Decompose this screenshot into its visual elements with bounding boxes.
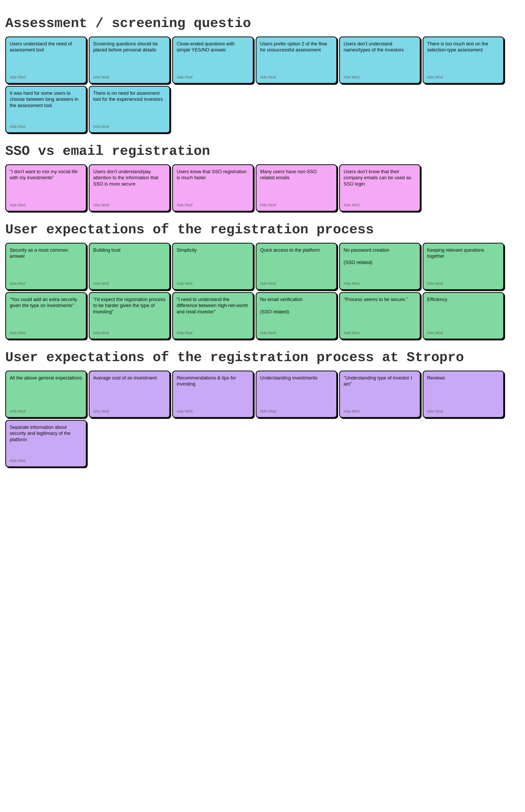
card-exp-4: Quick access to the platform Ada Mod <box>256 243 337 290</box>
card-exp-7-text: "You could add an extra security given t… <box>10 296 82 328</box>
card-exp-3: Simplicity Ada Mod <box>172 243 254 290</box>
card-exp-3-text: Simplicity <box>177 247 249 278</box>
card-exp-1: Security as a most common answer Ada Mod <box>5 243 87 290</box>
card-2-author: Ada Mod <box>93 75 166 79</box>
card-6-text: There is too much text on the selection-… <box>427 41 499 72</box>
card-8-text: There is no need for assesment tool for … <box>93 90 166 122</box>
card-6: There is too much text on the selection-… <box>423 36 504 84</box>
card-exp-6-author: Ada Mod <box>427 281 499 286</box>
card-exp-3-author: Ada Mod <box>177 281 249 286</box>
card-4-author: Ada Mod <box>260 75 333 79</box>
card-sso-2-text: Users don't understand/pay attention to … <box>93 169 166 200</box>
card-exp-9-text: "I need to understand the difference bet… <box>177 296 249 328</box>
card-exp-11-author: Ada Mod <box>344 331 416 335</box>
card-exp-11: "Process seems to be secure." Ada Mod <box>339 292 421 339</box>
card-exp-8-text: "I'd expect the registration process to … <box>93 296 166 328</box>
card-3-text: Close-ended questions with simple YES/NO… <box>177 41 249 72</box>
card-1-text: Users understand the need of assessment … <box>10 41 82 72</box>
card-exp-11-text: "Process seems to be secure." <box>344 296 416 328</box>
card-3: Close-ended questions with simple YES/NO… <box>172 36 254 84</box>
card-str-2: Average cost of an investment Ada Mod <box>89 371 170 418</box>
card-sso-1: "I don't want to mix my social life with… <box>5 164 87 212</box>
card-sso-5: Users don't know that their company emai… <box>339 164 421 212</box>
stropro-cards-grid: All the above general expectations Ada M… <box>5 371 520 467</box>
card-str-5-text: "Understanding type of investor I am" <box>344 375 416 406</box>
card-2: Screening questions should be placed bef… <box>89 36 170 84</box>
card-sso-4-text: Many users have non-SSO related emails <box>260 169 333 200</box>
card-7: It was hard for some users to choose bet… <box>5 86 87 133</box>
card-5-text: Users don't understand names/types of th… <box>344 41 416 72</box>
card-str-1: All the above general expectations Ada M… <box>5 371 87 418</box>
card-sso-4-author: Ada Mod <box>260 203 333 207</box>
card-str-6: Reviews Ada Mod <box>423 371 504 418</box>
card-exp-8: "I'd expect the registration process to … <box>89 292 170 339</box>
card-3-author: Ada Mod <box>177 75 249 79</box>
card-1: Users understand the need of assessment … <box>5 36 87 84</box>
card-str-2-author: Ada Mod <box>93 409 166 413</box>
card-4: Users prefer option 2 of the flow for un… <box>256 36 337 84</box>
card-8-author: Ada Mod <box>93 124 166 128</box>
section-stropro-title: User expectations of the registration pr… <box>5 350 520 365</box>
card-str-1-author: Ada Mod <box>10 409 82 413</box>
sso-cards-grid: "I don't want to mix my social life with… <box>5 164 520 212</box>
card-exp-5-text: No password creation(SSO related) <box>344 247 416 278</box>
card-sso-4: Many users have non-SSO related emails A… <box>256 164 337 212</box>
card-str-1-text: All the above general expectations <box>10 375 82 406</box>
card-sso-2: Users don't understand/pay attention to … <box>89 164 170 212</box>
section-assessment: Assessment / screening questio Users und… <box>5 16 520 133</box>
card-sso-1-author: Ada Mod <box>10 203 82 207</box>
card-str-3: Recommendations & tips for investing Ada… <box>172 371 254 418</box>
card-str-6-author: Ada Mod <box>427 409 499 413</box>
card-str-2-text: Average cost of an investment <box>93 375 166 406</box>
card-exp-9: "I need to understand the difference bet… <box>172 292 254 339</box>
card-str-6-text: Reviews <box>427 375 499 406</box>
assessment-cards-grid: Users understand the need of assessment … <box>5 36 520 133</box>
section-assessment-title: Assessment / screening questio <box>5 16 520 31</box>
card-exp-5-author: Ada Mod <box>344 281 416 286</box>
card-exp-6: Keeping relevant questions together Ada … <box>423 243 504 290</box>
card-exp-7: "You could add an extra security given t… <box>5 292 87 339</box>
section-expectations-title: User expectations of the registration pr… <box>5 222 520 238</box>
card-exp-6-text: Keeping relevant questions together <box>427 247 499 278</box>
card-str-3-author: Ada Mod <box>177 409 249 413</box>
card-8: There is no need for assesment tool for … <box>89 86 170 133</box>
card-exp-9-author: Ada Mod <box>177 331 249 335</box>
card-1-author: Ada Mod <box>10 75 82 79</box>
card-str-4-author: Ada Mod <box>260 409 333 413</box>
card-exp-7-author: Ada Mod <box>10 331 82 335</box>
card-str-5: "Understanding type of investor I am" Ad… <box>339 371 421 418</box>
card-7-author: Ada Mod <box>10 124 82 128</box>
card-exp-1-text: Security as a most common answer <box>10 247 82 278</box>
card-sso-2-author: Ada Mod <box>93 203 166 207</box>
card-6-author: Ada Mod <box>427 75 499 79</box>
card-exp-5: No password creation(SSO related) Ada Mo… <box>339 243 421 290</box>
card-exp-2: Building trust Ada Mod <box>89 243 170 290</box>
section-expectations: User expectations of the registration pr… <box>5 222 520 339</box>
card-sso-3: Users know that SSO registration is much… <box>172 164 254 212</box>
card-7-text: It was hard for some users to choose bet… <box>10 90 82 122</box>
card-2-text: Screening questions should be placed bef… <box>93 41 166 72</box>
card-sso-3-text: Users know that SSO registration is much… <box>177 169 249 200</box>
card-exp-12-author: Ada Mod <box>427 331 499 335</box>
card-str-3-text: Recommendations & tips for investing <box>177 375 249 406</box>
card-sso-5-text: Users don't know that their company emai… <box>344 169 416 200</box>
card-exp-12: Efficiency Ada Mod <box>423 292 504 339</box>
card-4-text: Users prefer option 2 of the flow for un… <box>260 41 333 72</box>
card-5-author: Ada Mod <box>344 75 416 79</box>
card-sso-1-text: "I don't want to mix my social life with… <box>10 169 82 200</box>
card-str-7-text: Separate information about security and … <box>10 424 82 456</box>
card-exp-12-text: Efficiency <box>427 296 499 328</box>
card-5: Users don't understand names/types of th… <box>339 36 421 84</box>
page-container: Assessment / screening questio Users und… <box>5 16 520 467</box>
card-exp-10-author: Ada Mod <box>260 331 333 335</box>
section-sso-title: SSO vs email registration <box>5 143 520 159</box>
card-exp-10-text: No email verification(SSO related) <box>260 296 333 328</box>
section-sso: SSO vs email registration "I don't want … <box>5 143 520 212</box>
card-str-7-author: Ada Mod <box>10 458 82 463</box>
card-exp-4-author: Ada Mod <box>260 281 333 286</box>
card-exp-2-author: Ada Mod <box>93 281 166 286</box>
card-str-5-author: Ada Mod <box>344 409 416 413</box>
card-str-4: Understanding investments Ada Mod <box>256 371 337 418</box>
section-stropro: User expectations of the registration pr… <box>5 350 520 467</box>
card-str-4-text: Understanding investments <box>260 375 333 406</box>
